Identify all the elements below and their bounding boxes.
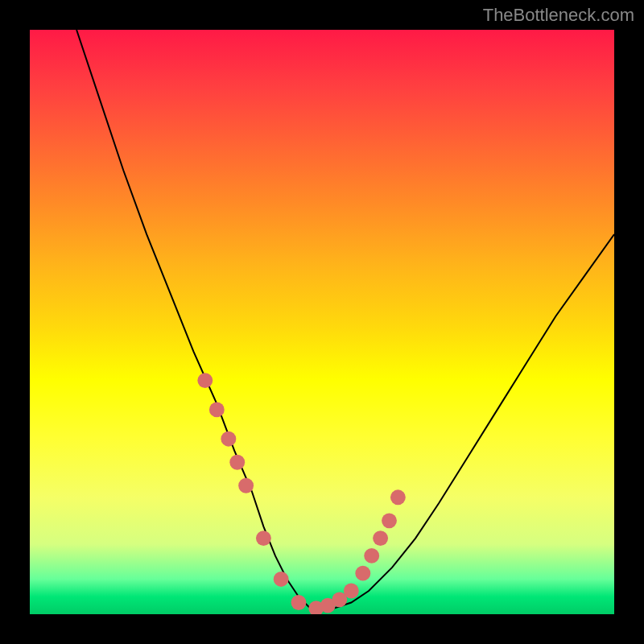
data-point xyxy=(291,595,307,610)
data-point xyxy=(382,513,397,528)
data-point xyxy=(229,455,245,470)
data-point xyxy=(355,566,370,581)
data-point xyxy=(364,548,379,564)
data-points xyxy=(197,373,405,614)
data-point xyxy=(197,373,213,388)
chart-svg xyxy=(30,30,614,614)
data-point xyxy=(344,584,359,599)
data-point xyxy=(373,530,388,546)
data-point xyxy=(209,402,225,417)
bottleneck-curve xyxy=(76,30,614,609)
data-point xyxy=(390,489,406,505)
data-point xyxy=(256,530,271,546)
watermark-text: TheBottleneck.com xyxy=(483,5,634,26)
data-point xyxy=(221,431,236,447)
data-point xyxy=(274,572,289,587)
data-point xyxy=(238,478,254,493)
